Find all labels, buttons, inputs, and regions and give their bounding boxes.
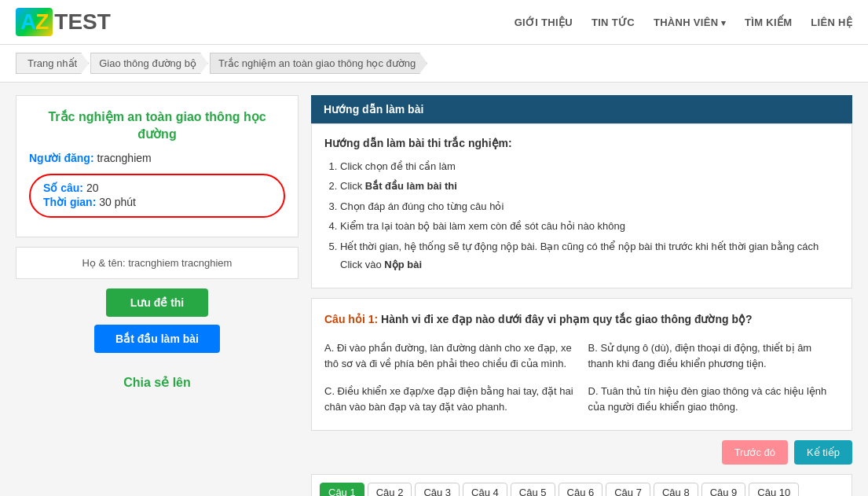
main-container: Trắc nghiệm an toàn giao thông học đường…: [0, 83, 868, 496]
user-label: Người đăng:: [29, 152, 94, 164]
luu-de-thi-button[interactable]: Lưu đề thi: [106, 288, 208, 317]
breadcrumb-item-trang-nhat[interactable]: Trang nhất: [16, 53, 89, 74]
logo-az: AZ: [16, 8, 53, 36]
user-name-box: Họ & tên: tracnghiem tracnghiem: [16, 247, 298, 279]
nav-item-lien-he[interactable]: LIÊN HỆ: [811, 17, 852, 28]
thoi-gian-value: 30 phút: [99, 196, 136, 208]
nav-item-gioi-thieu[interactable]: GIỚI THIỆU: [515, 17, 573, 28]
instructions-title: Hướng dẫn làm bài thi trắc nghiệm:: [324, 137, 839, 149]
instructions-list: Click chọn đề thi cần làmClick Bắt đầu l…: [324, 157, 839, 274]
q-nav-btn-1[interactable]: Câu 1: [320, 483, 364, 496]
quiz-title: Trắc nghiệm an toàn giao thông học đường: [29, 108, 285, 144]
so-cau-value: 20: [86, 182, 99, 194]
logo: AZ TEST: [16, 8, 111, 36]
bat-dau-lam-bai-button[interactable]: Bắt đầu làm bài: [94, 325, 220, 353]
instruction-4: Kiểm tra lại toàn bộ bài làm xem còn đề …: [340, 217, 839, 235]
oval-highlight: Số câu: 20 Thời gian: 30 phút: [29, 174, 285, 218]
left-panel: Trắc nghiệm an toàn giao thông học đường…: [16, 95, 298, 496]
breadcrumb: Trang nhấtGiao thông đường bộTrắc nghiệm…: [0, 45, 868, 83]
nav-buttons: Trước đó Kế tiếp: [311, 440, 852, 465]
share-section: Chia sẻ lên: [16, 359, 298, 406]
quiz-info-box: Trắc nghiệm an toàn giao thông học đường…: [16, 95, 298, 237]
ho-ten-label: Họ & tên:: [82, 257, 126, 269]
answer-D[interactable]: D. Tuân thủ tín hiệu đèn giao thông và c…: [588, 380, 840, 417]
share-label: Chia sẻ lên: [123, 376, 191, 389]
huong-dan-header: Hướng dẫn làm bài: [311, 95, 852, 123]
breadcrumb-item-giao-thong[interactable]: Giao thông đường bộ: [90, 53, 208, 74]
q-nav-btn-2[interactable]: Câu 2: [368, 483, 412, 496]
q-nav-btn-4[interactable]: Câu 4: [463, 483, 507, 496]
q-nav-btn-7[interactable]: Câu 7: [606, 483, 650, 496]
ke-tiep-button[interactable]: Kế tiếp: [794, 440, 852, 465]
answers-grid: A. Đi vào phần đường, làn đường dành cho…: [324, 337, 839, 417]
answer-C[interactable]: C. Điều khiển xe đạp/xe đạp điện bằng ha…: [324, 380, 576, 417]
breadcrumb-item-trac-nghiem[interactable]: Trắc nghiệm an toàn giao thông học đường: [210, 53, 427, 74]
instruction-3: Chọn đáp án đúng cho từng câu hỏi: [340, 197, 839, 215]
thoi-gian-meta: Thời gian: 30 phút: [43, 196, 271, 208]
q-nav-btn-6[interactable]: Câu 6: [559, 483, 603, 496]
logo-test: TEST: [54, 9, 111, 35]
q-nav-btn-9[interactable]: Câu 9: [701, 483, 746, 496]
ho-ten-value: tracnghiem tracnghiem: [128, 257, 232, 269]
main-nav: GIỚI THIỆUTIN TỨCTHÀNH VIÊNTÌM KIẾMLIÊN …: [515, 17, 852, 28]
header: AZ TEST GIỚI THIỆUTIN TỨCTHÀNH VIÊNTÌM K…: [0, 0, 868, 45]
nav-item-thanh-vien[interactable]: THÀNH VIÊN: [654, 17, 726, 28]
q-nav-btn-10[interactable]: Câu 10: [749, 483, 799, 496]
user-meta: Người đăng: tracnghiem: [29, 152, 285, 164]
so-cau-meta: Số câu: 20: [43, 182, 271, 194]
q-nav-btn-8[interactable]: Câu 8: [654, 483, 698, 496]
q-nav-grid: Câu 1Câu 2Câu 3Câu 4Câu 5Câu 6Câu 7Câu 8…: [320, 483, 844, 496]
q-nav-btn-5[interactable]: Câu 5: [511, 483, 555, 496]
question-box: Câu hỏi 1: Hành vi đi xe đạp nào dưới đâ…: [311, 298, 852, 431]
question-title: Câu hỏi 1: Hành vi đi xe đạp nào dưới đâ…: [324, 311, 839, 328]
nav-item-tim-kiem[interactable]: TÌM KIẾM: [745, 17, 792, 28]
instruction-5: Hết thời gian, hệ thống sẽ tự động nộp b…: [340, 237, 839, 274]
question-text: Hành vi đi xe đạp nào dưới đây vi phạm q…: [381, 313, 753, 325]
so-cau-label: Số câu:: [43, 182, 83, 194]
q-nav-btn-3[interactable]: Câu 3: [415, 483, 460, 496]
nav-item-tin-tuc[interactable]: TIN TỨC: [591, 17, 635, 28]
huong-dan-content: Hướng dẫn làm bài thi trắc nghiệm: Click…: [311, 123, 852, 288]
question-nav: Câu 1Câu 2Câu 3Câu 4Câu 5Câu 6Câu 7Câu 8…: [311, 474, 852, 496]
right-panel: Hướng dẫn làm bài Hướng dẫn làm bài thi …: [311, 95, 852, 496]
truoc-do-button[interactable]: Trước đó: [722, 440, 788, 465]
instruction-1: Click chọn đề thi cần làm: [340, 157, 839, 175]
thoi-gian-label: Thời gian:: [43, 196, 96, 208]
answer-A[interactable]: A. Đi vào phần đường, làn đường dành cho…: [324, 337, 576, 374]
question-num: Câu hỏi 1:: [324, 313, 381, 325]
answer-B[interactable]: B. Sử dụng ô (dù), điện thoại di động, t…: [588, 337, 840, 374]
instruction-2: Click Bắt đầu làm bài thi: [340, 177, 839, 195]
user-value: tracnghiem: [97, 152, 151, 164]
